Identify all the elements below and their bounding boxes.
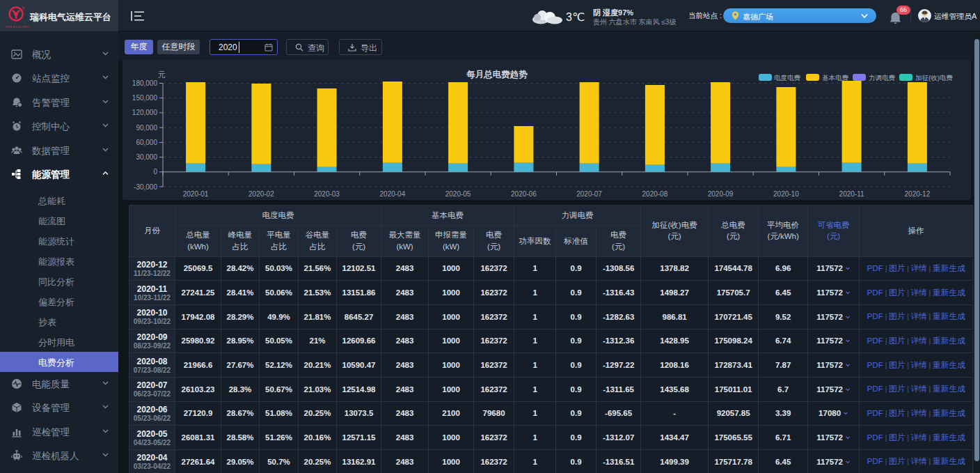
svg-text:®: ® [22,6,25,10]
svg-text:2020-07: 2020-07 [576,190,602,198]
svg-text:0: 0 [153,168,157,176]
svg-text:60,000: 60,000 [136,139,157,146]
svg-text:2020-12: 2020-12 [905,190,931,198]
svg-text:2020-06: 2020-06 [511,190,537,198]
svg-text:2020-10: 2020-10 [773,190,799,198]
svg-text:90,000: 90,000 [136,124,157,132]
svg-text:30,000: 30,000 [136,153,157,161]
svg-text:2020-01: 2020-01 [183,190,209,198]
svg-text:120,000: 120,000 [132,109,158,116]
svg-text:2020-08: 2020-08 [642,190,668,198]
svg-text:-30,000: -30,000 [134,183,157,191]
svg-text:2020-03: 2020-03 [314,190,340,198]
svg-text:180,000: 180,000 [132,79,158,87]
svg-text:2020-05: 2020-05 [445,190,471,198]
svg-text:150,000: 150,000 [132,94,158,102]
svg-text:2020-09: 2020-09 [708,190,734,198]
svg-text:2020-04: 2020-04 [380,190,406,198]
svg-text:2020-02: 2020-02 [248,190,274,198]
svg-text:2020-11: 2020-11 [839,190,864,198]
